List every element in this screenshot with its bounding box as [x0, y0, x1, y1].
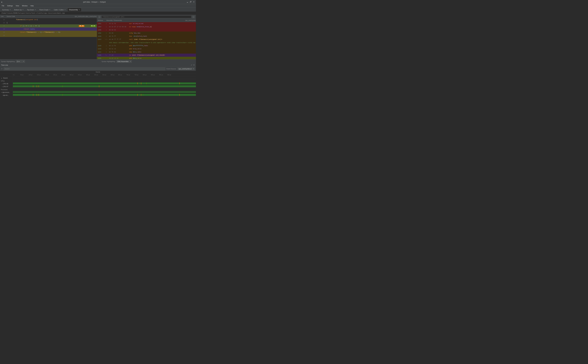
tab-top-down[interactable]: Top Down ✕ [25, 8, 37, 11]
events-label-bar: Events [0, 71, 196, 73]
asm-instruction: xchg %ax,%ax [128, 32, 196, 34]
events-label: Events [96, 71, 100, 73]
main-area: Line Source Code cpu_core/cycles:u/ cpu_… [0, 15, 196, 59]
asm-bytes: 83 c3 fe [108, 45, 128, 46]
ruler-tick: 950 µs [167, 74, 171, 76]
ruler-tick: 850 µs [151, 74, 155, 76]
asm-bytes: e8 d8 ff ff ff [108, 39, 128, 40]
collapse-icon[interactable]: ▲ [1, 77, 2, 79]
ruler-tick: 400 µs [78, 74, 82, 76]
tab-flame-graph[interactable]: Flame Graph ✕ [38, 8, 52, 11]
timeline-search-input[interactable] [4, 67, 165, 70]
tab-top-down-close[interactable]: ✕ [35, 9, 36, 10]
asm-bar: \← [104, 54, 108, 56]
processes-label: Processes [0, 88, 13, 91]
tab-bottom-up[interactable]: Bottom Up ✕ [13, 8, 25, 11]
line-number: 15 [0, 32, 6, 33]
window-title: perf.data - Hotspot — hotspot [2, 1, 186, 3]
syntax-left-label: Syntax Highlighting: [1, 61, 15, 62]
tl-cpus-header-row [13, 79, 196, 82]
asm-addr: . [97, 42, 104, 43]
asm-comment: std::basic_ostream<char, std::char_trait… [108, 42, 196, 43]
syntax-left-select[interactable]: C++ None C Python [16, 60, 25, 63]
menu-window[interactable]: Window [21, 5, 29, 7]
asm-row: 12d3 49 83 c6 01 add $0x1,%r14 [97, 57, 196, 59]
perf-badge2: 49.6% [90, 25, 96, 27]
tab-flame-graph-close[interactable]: ✕ [49, 9, 50, 10]
col-line-header: Line [0, 16, 6, 17]
asm-instruction: add %rax,%r14 [128, 48, 196, 50]
asm-instruction: cs nopw 0x0(%rax,%rax,1) [128, 26, 196, 28]
proc1-label: ▾ cpp-recurs... [0, 91, 13, 94]
tab-bottom-up-close[interactable]: ✕ [22, 9, 24, 10]
asm-bar: | [104, 26, 108, 28]
close-timeline-btn[interactable]: ✕ [193, 64, 195, 66]
syntax-right: Syntax Highlighting: GNU Assembler None … [100, 59, 196, 63]
asm-instruction: ja 12c0 <fibonacci(unsigned int)+0x20> [128, 54, 196, 56]
ruler-tick: 700 µs [126, 74, 130, 76]
cpu6-expand[interactable]: ▸ [2, 83, 3, 84]
asm-header: Address Assembly / Disassembly cpu_core/… [97, 19, 196, 22]
tab-caller-callee[interactable]: Caller / Callee ✕ [52, 8, 67, 11]
tabbar: Summary ✕ Bottom Up ✕ Top Down ✕ Flame G… [0, 7, 196, 12]
expand-icon[interactable]: ⤢ [191, 64, 192, 66]
tab-disassembly[interactable]: Disassembly ✕ [67, 8, 81, 11]
menu-settings[interactable]: Settings [6, 5, 14, 7]
asm-row: 12be | 66 90 xchg %ax,%ax [97, 32, 196, 35]
tab-summary[interactable]: Summary ✕ [0, 8, 12, 11]
restore-btn[interactable]: 🗗 [190, 1, 192, 3]
asm-bytes: 66 2e 0f 1f 84 00 00 [108, 26, 128, 28]
col-cpu1-header: cpu_core/cycles:u/ [74, 16, 85, 17]
source-row: 11 fibonacci(unsigned int) [0, 18, 97, 21]
ruler-tick: 800 µs [143, 74, 146, 76]
asm-row: 12c3 \←|→ e8 d8 ff ff ff call 12a0 <fibo… [97, 38, 196, 41]
proc1-expand[interactable]: ▾ [1, 91, 2, 93]
ruler-tick: 250 µs [53, 74, 57, 76]
source-code: fibonacci(unsigned int) [6, 18, 74, 22]
ruler-tick: 50 µs [20, 74, 24, 76]
timeline-labels-col: ▲ Source CPUs ▸ CPU #6 ▸ CPU #7 Processe… [0, 76, 13, 96]
menu-help[interactable]: Help [29, 5, 35, 7]
tab-summary-close[interactable]: ✕ [10, 9, 11, 10]
menu-file[interactable]: File [0, 5, 6, 7]
asm-search-input[interactable] [102, 15, 191, 18]
event-source-select[interactable]: cpu_core/cycles:u/ [178, 67, 195, 70]
event-source-select-wrapper: cpu_core/cycles:u/ ▼ [178, 67, 195, 70]
asm-next-btn[interactable]: › [192, 16, 195, 18]
asm-addr: 12ce [97, 51, 104, 53]
asm-row: 12cb | 49 01 c6 add %rax,%r14 [97, 47, 196, 51]
timeline-content: ▲ Source CPUs ▸ CPU #6 ▸ CPU #7 Processe… [0, 76, 196, 96]
tl-proc1-row [13, 91, 196, 93]
asm-instruction: xor %r14d,%r14d [128, 23, 196, 25]
timeline-header: Time Line ⤢ ✕ [0, 63, 196, 67]
asm-prev-btn[interactable]: ‹ [98, 16, 101, 18]
asm-addr: 12c0 [97, 36, 104, 37]
col-cpu2-header: cpu_core/cycles:u/ [85, 16, 97, 17]
cpu7-expand[interactable]: ▸ [2, 86, 3, 87]
asm-body: 12b1 | 45 31 f6 xor %r14d,%r14d 12b4 | 6… [97, 22, 196, 59]
minimize-btn[interactable]: 🗕 [186, 1, 188, 3]
ruler-tick: 200 µs [45, 74, 49, 76]
timeline-area: Time Line ⤢ ✕ ▽ Event Source: cpu_core/c… [0, 63, 196, 96]
asm-row: 12c0 | 8d 7b ff lea -0x1(%rbx),%edi [97, 35, 196, 38]
close-btn[interactable]: ✕ [193, 1, 195, 3]
timeline-rows [13, 76, 196, 96]
line-number: 16 [0, 35, 6, 36]
cpus-label: CPUs [0, 79, 13, 82]
asm-addr: 12be [97, 32, 104, 34]
ruler-tick: 550 µs [102, 74, 106, 76]
file-path: /home/lieven/KDAB/hotspot/tests/test-cli… [1, 12, 65, 14]
ruler-tick: 450 µs [86, 74, 90, 76]
menu-view[interactable]: View [14, 5, 20, 7]
asm-row: 12c8 | 83 c3 fe add $0xfffffffe,%ebx [97, 44, 196, 47]
tab-disassembly-close[interactable]: ✕ [79, 9, 80, 10]
tab-caller-callee-close[interactable]: ✕ [64, 9, 66, 10]
asm-bar: | [104, 45, 108, 46]
cpu6-label: ▸ CPU #6 [0, 82, 13, 85]
pathbar: /home/lieven/KDAB/hotspot/tests/test-cli… [0, 12, 196, 15]
syntax-right-label: Syntax Highlighting: [102, 61, 115, 62]
syntax-right-select[interactable]: GNU Assembler None Intel [116, 60, 132, 63]
tl-cpu7-row [13, 85, 196, 88]
timeline-search-bar: ▽ Event Source: cpu_core/cycles:u/ ▼ [0, 67, 196, 71]
ruler-tick: 0 s [13, 74, 15, 76]
